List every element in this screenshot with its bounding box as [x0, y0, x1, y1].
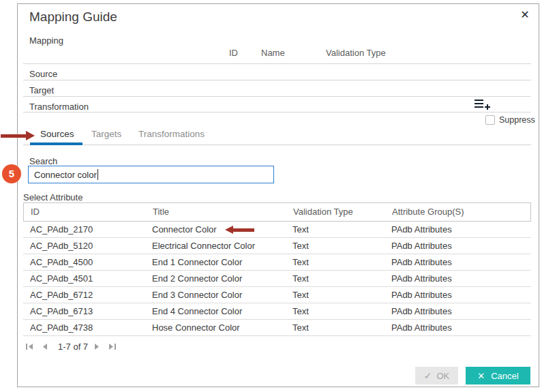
row-validation-type: Text [292, 320, 309, 336]
tab-targets[interactable]: Targets [91, 129, 121, 139]
table-row[interactable]: AC_PAdb_6712 End 3 Connector Color Text … [23, 287, 531, 303]
divider [23, 63, 531, 64]
row-validation-type: Text [292, 238, 309, 254]
annotation-arrow-to-connector-color [225, 226, 254, 234]
row-id: AC_PAdb_5120 [30, 238, 93, 254]
mapping-row-transformation: Transformation [29, 102, 89, 112]
cancel-button-label: Cancel [491, 371, 518, 381]
pagination: 1-7 of 7 [25, 341, 123, 352]
row-title: Connector Color [152, 222, 217, 238]
column-header-attribute-group: Attribute Group(S) [392, 203, 464, 221]
select-attribute-label: Select Attribute [23, 192, 82, 202]
table-row[interactable]: AC_PAdb_5120 Electrical Connector Color … [23, 238, 531, 254]
row-title: Electrical Connector Color [152, 238, 255, 254]
table-row[interactable]: AC_PAdb_4500 End 1 Connector Color Text … [23, 254, 531, 271]
row-id: AC_PAdb_4738 [30, 320, 93, 336]
row-validation-type: Text [292, 287, 309, 303]
row-title: End 2 Connector Color [152, 271, 242, 287]
search-input[interactable]: Connector color [28, 166, 274, 183]
row-title: End 1 Connector Color [152, 254, 242, 271]
row-id: AC_PAdb_4500 [30, 254, 93, 271]
attribute-table: ID Title Validation Type Attribute Group… [23, 202, 531, 336]
mapping-guide-dialog: Mapping Guide ✕ Mapping ID Name Validati… [17, 3, 539, 387]
step-number-badge: 5 [2, 164, 21, 183]
table-row[interactable]: AC_PAdb_2170 Connector Color Text PAdb A… [23, 222, 531, 238]
row-validation-type: Text [292, 303, 309, 320]
row-attribute-group: PAdb Attributes [391, 303, 452, 320]
cancel-button[interactable]: ✕ Cancel [466, 367, 530, 385]
row-title: End 3 Connector Color [152, 287, 242, 303]
column-header-title: Title [153, 203, 169, 221]
mapping-row-target: Target [29, 85, 54, 95]
mapping-column-id: ID [229, 48, 238, 58]
close-icon[interactable]: ✕ [517, 7, 532, 22]
search-label: Search [29, 156, 57, 166]
first-page-icon[interactable] [25, 342, 34, 351]
last-page-icon[interactable] [108, 342, 117, 351]
row-attribute-group: PAdb Attributes [391, 222, 452, 238]
divider [23, 80, 531, 80]
divider [23, 112, 531, 112]
mapping-section-label: Mapping [29, 35, 63, 46]
table-row[interactable]: AC_PAdb_4738 Hose Connector Color Text P… [23, 320, 531, 336]
row-attribute-group: PAdb Attributes [391, 238, 452, 254]
next-page-icon[interactable] [93, 342, 102, 351]
row-id: AC_PAdb_6713 [30, 303, 93, 320]
row-validation-type: Text [292, 254, 309, 271]
row-attribute-group: PAdb Attributes [391, 254, 452, 271]
row-attribute-group: PAdb Attributes [391, 320, 452, 336]
mapping-column-name: Name [261, 48, 285, 58]
row-id: AC_PAdb_6712 [30, 287, 93, 303]
mapping-column-validation-type: Validation Type [326, 48, 386, 58]
search-input-value: Connector color [34, 170, 97, 180]
add-transformation-icon[interactable] [475, 99, 490, 110]
x-icon: ✕ [477, 371, 485, 381]
active-tab-underline [30, 142, 82, 145]
tab-transformations[interactable]: Transformations [138, 129, 205, 139]
previous-page-icon[interactable] [40, 342, 49, 351]
suppress-label: Suppress [499, 115, 535, 125]
mapping-row-source: Source [29, 69, 57, 79]
table-row[interactable]: AC_PAdb_6713 End 4 Connector Color Text … [23, 303, 531, 320]
row-title: End 4 Connector Color [152, 303, 242, 320]
tab-sources[interactable]: Sources [40, 129, 74, 139]
ok-button-label: OK [436, 371, 449, 381]
attribute-table-header: ID Title Validation Type Attribute Group… [23, 202, 531, 222]
table-row[interactable]: AC_PAdb_4501 End 2 Connector Color Text … [23, 271, 531, 287]
row-id: AC_PAdb_2170 [30, 222, 93, 238]
column-header-validation-type: Validation Type [293, 203, 353, 221]
row-attribute-group: PAdb Attributes [391, 287, 452, 303]
row-validation-type: Text [292, 222, 309, 238]
text-cursor [97, 169, 98, 180]
row-attribute-group: PAdb Attributes [391, 271, 452, 287]
annotation-arrow-to-sources-tab [1, 131, 35, 140]
check-icon: ✓ [424, 370, 432, 381]
row-title: Hose Connector Color [152, 320, 240, 336]
tab-strip-divider [23, 145, 531, 145]
pagination-range-text: 1-7 of 7 [58, 342, 88, 352]
column-header-id: ID [31, 203, 40, 221]
row-validation-type: Text [292, 271, 309, 287]
suppress-checkbox[interactable] [485, 115, 495, 125]
row-id: AC_PAdb_4501 [30, 271, 93, 287]
ok-button[interactable]: ✓ OK [415, 367, 458, 385]
divider [23, 96, 531, 97]
dialog-title: Mapping Guide [29, 10, 117, 25]
